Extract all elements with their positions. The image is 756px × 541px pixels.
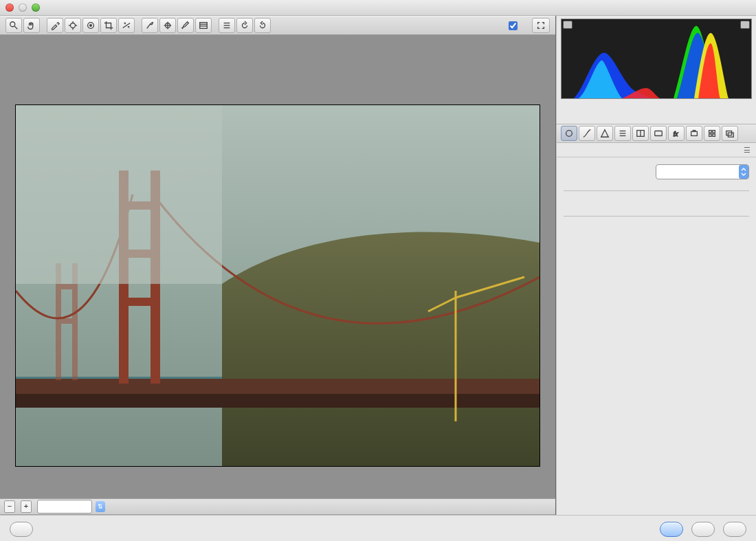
tab-effects[interactable]: fx	[668, 126, 685, 141]
svg-rect-46	[713, 131, 715, 133]
svg-rect-12	[200, 23, 208, 29]
preview-canvas-area	[0, 35, 555, 498]
svg-rect-45	[709, 131, 712, 133]
main-toolbar	[0, 16, 555, 35]
exif-readout	[557, 100, 756, 124]
hand-tool[interactable]	[23, 18, 40, 33]
image-preview[interactable]	[15, 104, 540, 467]
svg-rect-48	[713, 134, 715, 137]
histogram[interactable]	[561, 19, 752, 99]
basic-panel	[557, 157, 756, 515]
svg-rect-47	[709, 134, 712, 137]
zoom-window-button[interactable]	[32, 3, 40, 12]
svg-rect-26	[119, 298, 160, 306]
straighten-tool[interactable]	[118, 18, 135, 33]
title-bar	[0, 0, 756, 16]
zoom-dropdown-icon[interactable]: ⇅	[96, 501, 105, 512]
reset-button[interactable]	[691, 522, 715, 537]
redeye-tool[interactable]	[159, 18, 176, 33]
preferences-button[interactable]	[219, 18, 235, 33]
color-sampler-tool[interactable]	[65, 18, 81, 33]
svg-point-35	[566, 131, 572, 137]
done-button[interactable]	[723, 522, 746, 537]
svg-point-0	[10, 22, 15, 27]
footer-bar	[0, 515, 756, 541]
graduated-filter-tool[interactable]	[195, 18, 212, 33]
minimize-window-button[interactable]	[19, 3, 27, 12]
zoom-in-button[interactable]: +	[21, 500, 32, 513]
tab-basic[interactable]	[561, 126, 577, 141]
tab-split-toning[interactable]	[632, 126, 649, 141]
tab-hsl[interactable]	[614, 126, 631, 141]
toggle-fullscreen-button[interactable]	[532, 18, 550, 33]
svg-rect-20	[16, 379, 540, 394]
crop-tool[interactable]	[100, 18, 117, 33]
svg-rect-44	[693, 131, 696, 132]
preview-status-bar: − + ⇅	[0, 498, 555, 515]
panel-title-bar: ☰	[557, 143, 756, 157]
zoom-level-field[interactable]	[37, 500, 92, 514]
targeted-adjustment-tool[interactable]	[82, 18, 99, 33]
zoom-tool[interactable]	[5, 18, 22, 33]
tab-presets[interactable]	[704, 126, 720, 141]
wb-select[interactable]	[656, 164, 749, 179]
panel-menu-icon[interactable]: ☰	[744, 146, 751, 155]
svg-point-8	[90, 25, 92, 27]
rotate-ccw-button[interactable]	[236, 18, 253, 33]
zoom-out-button[interactable]: −	[4, 500, 15, 513]
svg-rect-29	[56, 284, 78, 289]
rotate-cw-button[interactable]	[254, 18, 271, 33]
wb-eyedropper-tool[interactable]	[47, 18, 63, 33]
svg-point-2	[71, 23, 76, 28]
open-copy-button[interactable]	[660, 522, 683, 537]
tab-detail[interactable]	[597, 126, 613, 141]
preview-checkbox[interactable]	[509, 21, 518, 30]
svg-text:fx: fx	[674, 131, 678, 137]
tab-lens[interactable]	[650, 126, 667, 141]
spot-removal-tool[interactable]	[142, 18, 158, 33]
svg-line-1	[14, 26, 17, 29]
adjustment-tabs: fx	[557, 124, 756, 143]
tab-calibration[interactable]	[686, 126, 702, 141]
save-button[interactable]	[10, 522, 33, 537]
shadow-clip-indicator[interactable]	[563, 21, 572, 29]
svg-rect-21	[16, 394, 540, 408]
svg-rect-43	[691, 131, 698, 135]
highlight-clip-indicator[interactable]	[740, 21, 750, 29]
close-window-button[interactable]	[5, 3, 14, 12]
svg-rect-34	[16, 105, 222, 284]
svg-rect-41	[655, 131, 663, 136]
tab-curves[interactable]	[579, 126, 595, 141]
adjustment-brush-tool[interactable]	[177, 18, 194, 33]
tab-snapshots[interactable]	[722, 126, 738, 141]
